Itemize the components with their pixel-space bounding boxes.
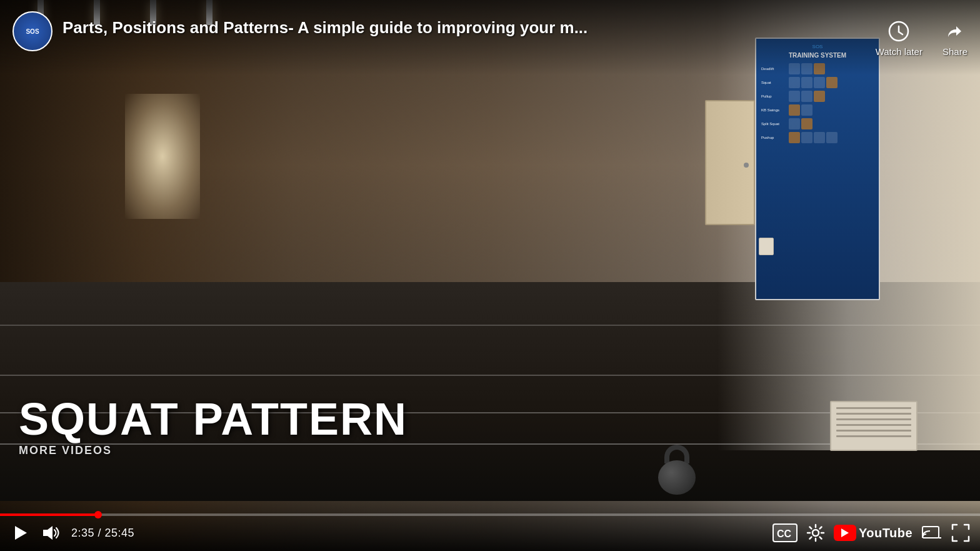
share-icon bbox=[942, 19, 968, 44]
controls-row: 2:35 / 25:45 CC bbox=[0, 522, 980, 543]
youtube-label: YouTube bbox=[859, 526, 912, 540]
settings-button[interactable] bbox=[806, 523, 825, 542]
fullscreen-button[interactable] bbox=[951, 523, 970, 542]
window-light bbox=[125, 94, 200, 219]
progress-dot bbox=[94, 511, 102, 518]
top-right-actions: Watch later Share bbox=[876, 11, 968, 57]
avatar-text: SOS bbox=[26, 28, 39, 35]
training-poster: SOS TRAINING SYSTEM Deadlift Squat Pullu… bbox=[755, 38, 880, 300]
youtube-icon bbox=[834, 525, 856, 541]
controls-bar: 2:35 / 25:45 CC bbox=[0, 501, 980, 551]
svg-point-7 bbox=[812, 530, 819, 536]
cc-button[interactable]: CC bbox=[772, 523, 798, 542]
youtube-play-triangle bbox=[841, 528, 849, 537]
progress-filled bbox=[0, 513, 98, 516]
kettlebell bbox=[655, 445, 699, 495]
more-videos-label: MORE VIDEOS bbox=[19, 444, 408, 457]
progress-bar[interactable] bbox=[0, 513, 980, 516]
channel-avatar[interactable]: SOS bbox=[12, 11, 52, 51]
watch-later-icon bbox=[886, 19, 911, 44]
watch-later-label: Watch later bbox=[876, 46, 922, 57]
title-bar: SOS Parts, Positions and Patterns- A sim… bbox=[0, 0, 980, 75]
watch-later-button[interactable]: Watch later bbox=[876, 19, 922, 57]
video-player: SOS TRAINING SYSTEM Deadlift Squat Pullu… bbox=[0, 0, 980, 551]
svg-marker-3 bbox=[15, 526, 27, 540]
time-display: 2:35 / 25:45 bbox=[71, 527, 134, 540]
poster-rows: Deadlift Squat Pullup bbox=[761, 63, 874, 143]
squat-pattern-text: SQUAT PATTERN bbox=[19, 397, 408, 442]
wall-vent bbox=[830, 401, 918, 451]
door-knob bbox=[744, 163, 749, 168]
share-button[interactable]: Share bbox=[942, 19, 968, 57]
right-controls: CC YouTube bbox=[772, 523, 970, 542]
gym-door bbox=[705, 100, 755, 225]
svg-text:CC: CC bbox=[777, 528, 792, 539]
squat-pattern-overlay: SQUAT PATTERN MORE VIDEOS bbox=[19, 397, 408, 457]
svg-line-2 bbox=[899, 32, 902, 34]
svg-marker-4 bbox=[43, 526, 52, 540]
youtube-logo[interactable]: YouTube bbox=[834, 525, 912, 541]
video-title: Parts, Positions and Patterns- A simple … bbox=[62, 11, 866, 39]
share-label: Share bbox=[942, 46, 968, 57]
wall-outlet bbox=[759, 238, 774, 255]
cast-button[interactable] bbox=[921, 523, 942, 542]
volume-button[interactable] bbox=[40, 522, 61, 543]
play-button[interactable] bbox=[10, 523, 30, 543]
video-frame: SOS TRAINING SYSTEM Deadlift Squat Pullu… bbox=[0, 0, 980, 551]
